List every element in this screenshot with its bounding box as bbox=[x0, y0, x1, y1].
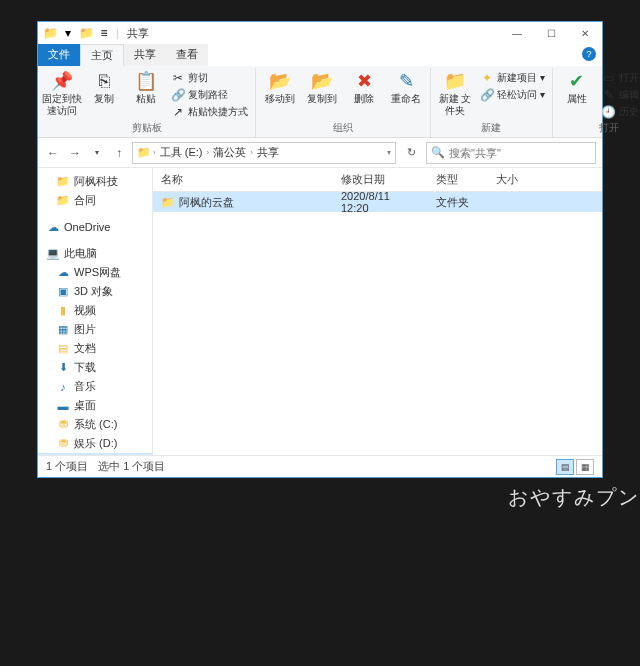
tree-item[interactable]: ⛃娱乐 (D:) bbox=[38, 434, 152, 453]
tree-item[interactable]: ☁WPS网盘 bbox=[38, 263, 152, 282]
tab-share[interactable]: 共享 bbox=[124, 44, 166, 66]
tree-label: 文档 bbox=[74, 341, 96, 356]
up-button[interactable]: ↑ bbox=[110, 143, 128, 163]
tree-label: WPS网盘 bbox=[74, 265, 121, 280]
search-box[interactable]: 🔍 bbox=[426, 142, 596, 164]
body: 📁阿枫科技📁合同☁OneDrive💻此电脑☁WPS网盘▣3D 对象▮视频▦图片▤… bbox=[38, 168, 602, 455]
search-input[interactable] bbox=[449, 147, 591, 159]
pin-button[interactable]: 📌固定到快 速访问 bbox=[42, 68, 82, 116]
tree-icon: 📁 bbox=[56, 194, 70, 208]
tree-icon: ♪ bbox=[56, 380, 70, 394]
tree-label: 阿枫科技 bbox=[74, 174, 118, 189]
tab-home[interactable]: 主页 bbox=[80, 44, 124, 66]
qat-item[interactable]: ≡ bbox=[96, 25, 112, 41]
col-date[interactable]: 修改日期 bbox=[333, 168, 428, 191]
group-label: 组织 bbox=[260, 120, 426, 137]
folder-icon: 📁 bbox=[78, 25, 94, 41]
rename-button[interactable]: ✎重命名 bbox=[386, 68, 426, 105]
tree-label: 桌面 bbox=[74, 398, 96, 413]
breadcrumb[interactable]: 共享 bbox=[255, 145, 281, 160]
easyaccess-button[interactable]: 🔗轻松访问 ▾ bbox=[477, 87, 548, 103]
chevron-right-icon: › bbox=[206, 148, 209, 157]
tree-item[interactable]: ⛃系统 (C:) bbox=[38, 415, 152, 434]
copyto-button[interactable]: 📂复制到 bbox=[302, 68, 342, 105]
tree-label: 合同 bbox=[74, 193, 96, 208]
tree-item[interactable]: ♪音乐 bbox=[38, 377, 152, 396]
tree-icon: ▬ bbox=[56, 399, 70, 413]
col-type[interactable]: 类型 bbox=[428, 168, 488, 191]
tab-file[interactable]: 文件 bbox=[38, 44, 80, 66]
tree-icon: ▦ bbox=[56, 323, 70, 337]
tree-item[interactable]: 📁阿枫科技 bbox=[38, 172, 152, 191]
breadcrumb[interactable]: 蒲公英 bbox=[211, 145, 248, 160]
col-name[interactable]: 名称 bbox=[153, 168, 333, 191]
minimize-button[interactable]: — bbox=[500, 22, 534, 44]
pasteshortcut-button[interactable]: ↗粘贴快捷方式 bbox=[168, 104, 251, 120]
details-view-button[interactable]: ▤ bbox=[556, 459, 574, 475]
ribbon-tabs: 文件 主页 共享 查看 ? bbox=[38, 44, 602, 66]
close-button[interactable]: ✕ bbox=[568, 22, 602, 44]
forward-button[interactable]: → bbox=[66, 143, 84, 163]
edit-button[interactable]: ✎编辑 bbox=[599, 87, 640, 103]
history-button[interactable]: 🕘历史记录 bbox=[599, 104, 640, 120]
col-size[interactable]: 大小 bbox=[488, 168, 538, 191]
tree-item[interactable]: ▣3D 对象 bbox=[38, 282, 152, 301]
tab-view[interactable]: 查看 bbox=[166, 44, 208, 66]
window-title: 共享 bbox=[127, 26, 149, 41]
nav-row: ← → ▾ ↑ 📁 › 工具 (E:) › 蒲公英 › 共享 ▾ ↻ 🔍 bbox=[38, 138, 602, 168]
column-headers[interactable]: 名称 修改日期 类型 大小 bbox=[153, 168, 602, 192]
tree-item[interactable]: ▮视频 bbox=[38, 301, 152, 320]
tree-label: 视频 bbox=[74, 303, 96, 318]
back-button[interactable]: ← bbox=[44, 143, 62, 163]
tree-item[interactable]: ▬桌面 bbox=[38, 396, 152, 415]
tree-item[interactable]: ▤文档 bbox=[38, 339, 152, 358]
cell-date: 2020/8/11 12:20 bbox=[333, 190, 428, 214]
status-selection: 选中 1 个项目 bbox=[98, 459, 165, 474]
tree-item[interactable]: ☁OneDrive bbox=[38, 218, 152, 236]
delete-button[interactable]: ✖删除 bbox=[344, 68, 384, 105]
folder-icon: 📁 bbox=[161, 196, 175, 209]
view-switcher: ▤ ▦ bbox=[556, 459, 594, 475]
window-controls: — ☐ ✕ bbox=[500, 22, 602, 44]
delete-icon: ✖ bbox=[353, 70, 375, 92]
newitem-button[interactable]: ✦新建项目 ▾ bbox=[477, 70, 548, 86]
title-bar: 📁 ▾ 📁 ≡ | 共享 — ☐ ✕ bbox=[38, 22, 602, 44]
paste-icon: 📋 bbox=[135, 70, 157, 92]
copy-button[interactable]: ⎘复制 bbox=[84, 68, 124, 105]
tree-label: 系统 (C:) bbox=[74, 417, 117, 432]
tree-item[interactable]: ▦图片 bbox=[38, 320, 152, 339]
tree-icon: 📁 bbox=[56, 175, 70, 189]
tree-item[interactable]: 💻此电脑 bbox=[38, 244, 152, 263]
help-icon[interactable]: ? bbox=[582, 47, 596, 61]
group-organize: 📂移动到 📂复制到 ✖删除 ✎重命名 组织 bbox=[256, 68, 431, 137]
breadcrumb[interactable]: 工具 (E:) bbox=[158, 145, 205, 160]
chevron-down-icon[interactable]: ▾ bbox=[387, 148, 391, 157]
maximize-button[interactable]: ☐ bbox=[534, 22, 568, 44]
cut-button[interactable]: ✂剪切 bbox=[168, 70, 251, 86]
qat-dropdown-icon[interactable]: ▾ bbox=[60, 25, 76, 41]
explorer-window: 📁 ▾ 📁 ≡ | 共享 — ☐ ✕ 文件 主页 共享 查看 ? 📌固定到快 速… bbox=[37, 21, 603, 478]
cut-icon: ✂ bbox=[171, 71, 185, 85]
separator: | bbox=[116, 27, 119, 39]
table-row[interactable]: 📁阿枫的云盘2020/8/11 12:20文件夹 bbox=[153, 192, 602, 212]
newfolder-button[interactable]: 📁新建 文件夹 bbox=[435, 68, 475, 116]
properties-button[interactable]: ✔属性 bbox=[557, 68, 597, 105]
tree-icon: ▤ bbox=[56, 342, 70, 356]
tree-label: 下载 bbox=[74, 360, 96, 375]
refresh-button[interactable]: ↻ bbox=[400, 142, 422, 164]
folder-icon: 📁 bbox=[42, 25, 58, 41]
paste-button[interactable]: 📋粘贴 bbox=[126, 68, 166, 105]
moveto-button[interactable]: 📂移动到 bbox=[260, 68, 300, 105]
group-new: 📁新建 文件夹 ✦新建项目 ▾ 🔗轻松访问 ▾ 新建 bbox=[431, 68, 553, 137]
tree-item[interactable]: ⬇下载 bbox=[38, 358, 152, 377]
icons-view-button[interactable]: ▦ bbox=[576, 459, 594, 475]
move-icon: 📂 bbox=[269, 70, 291, 92]
copypath-button[interactable]: 🔗复制路径 bbox=[168, 87, 251, 103]
tree-label: 3D 对象 bbox=[74, 284, 113, 299]
address-bar[interactable]: 📁 › 工具 (E:) › 蒲公英 › 共享 ▾ bbox=[132, 142, 396, 164]
tree-item[interactable]: 📁合同 bbox=[38, 191, 152, 210]
open-button[interactable]: ▭打开 ▾ bbox=[599, 70, 640, 86]
nav-tree[interactable]: 📁阿枫科技📁合同☁OneDrive💻此电脑☁WPS网盘▣3D 对象▮视频▦图片▤… bbox=[38, 168, 153, 455]
tree-icon: ▮ bbox=[56, 304, 70, 318]
recent-dropdown[interactable]: ▾ bbox=[88, 143, 106, 163]
